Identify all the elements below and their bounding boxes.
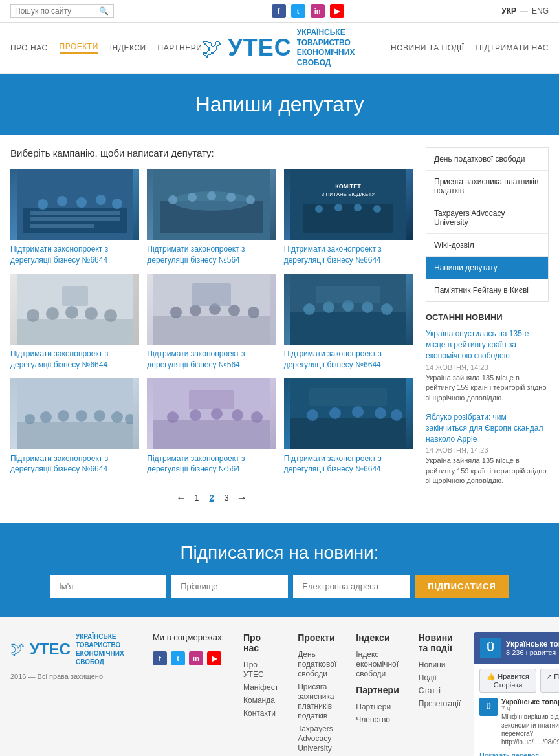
search-box[interactable]: 🔍 [10,4,114,18]
campaign-photo-8 [147,378,276,449]
campaign-link-7[interactable]: Підтримати законопроект з дерегуляції бі… [10,453,139,475]
sidebar-link-wiki[interactable]: Wiki-дозвіл [426,234,548,256]
footer-social-icons: f t in ▶ [153,651,230,665]
nav-proekty[interactable]: ПРОЕКТИ [60,42,98,54]
svg-point-61 [167,411,179,423]
footer-columns: Про нас Про УТЕС Маніфест Команда Контак… [243,632,461,756]
svg-point-44 [303,303,315,315]
svg-point-4 [76,197,87,208]
svg-rect-43 [290,312,406,345]
search-input[interactable] [15,6,99,16]
logo-description: УКРАЇНСЬКЕ ТОВАРИСТВОЕКОНОМІЧНИХ СВОБОД [297,28,391,68]
pagination-prev[interactable]: ← [176,492,186,504]
svg-point-13 [168,195,177,204]
fb-org-info: Українське товарис... 8 236 нравится [506,640,559,656]
svg-point-24 [354,204,362,211]
news-link-1[interactable]: Україна опустилась на 135-е місце в рейт… [426,329,549,361]
sidebar-link-oath[interactable]: Присяга захисника платників податків [426,171,548,202]
nav-indeksy[interactable]: ІНДЕКСИ [110,43,146,52]
svg-point-3 [57,196,67,206]
campaign-link-3[interactable]: Підтримати законопроект з дерегуляції бі… [284,244,413,266]
search-icon[interactable]: 🔍 [99,6,109,16]
footer-facebook-icon[interactable]: f [153,651,167,665]
svg-point-16 [226,193,236,202]
footer-twitter-icon[interactable]: t [171,651,185,665]
nav-support[interactable]: ПІДТРИМАТИ НАС [476,43,549,52]
campaign-link-1[interactable]: Підтримати законопроект з дерегуляції бі… [10,244,139,266]
svg-point-32 [104,309,117,322]
footer-col-partners-title: Партнери [356,685,399,695]
footer-fb-widget: Ü Українське товарис... 8 236 нравится 👍… [474,632,559,756]
svg-point-36 [170,307,182,318]
svg-rect-49 [316,286,380,303]
fb-org-name: Українське товарис... [506,640,559,649]
campaign-link-5[interactable]: Підтримати законопроект з дерегуляції бі… [147,349,276,371]
campaign-link-4[interactable]: Підтримати законопроект з дерегуляції бі… [10,349,139,371]
subscribe-firstname[interactable] [50,575,166,598]
svg-rect-35 [153,316,270,345]
fb-translate-button[interactable]: Показать перевод [479,751,559,756]
subscribe-email[interactable] [293,575,410,598]
svg-point-70 [329,407,341,419]
footer-link-komanda: Команда [243,695,278,705]
fb-share-button[interactable]: ↗ Поділитись [540,669,559,693]
twitter-icon[interactable]: t [291,4,305,18]
campaign-link-8[interactable]: Підтримати законопроект з дерегуляції бі… [147,453,276,475]
subscribe-button[interactable]: ПІДПИСАТИСЯ [415,575,509,598]
instagram-icon[interactable]: in [311,4,325,18]
nav-left: ПРО НАС ПРОЕКТИ ІНДЕКСИ ПАРТНЕРИ [10,42,202,54]
campaign-link-9[interactable]: Підтримати законопроект з дерегуляції бі… [284,453,413,475]
svg-point-2 [38,199,48,210]
nav-news[interactable]: НОВИНИ ТА ПОДІЇ [391,43,465,52]
sidebar-link-tau[interactable]: Taxpayers Advocacy University [426,202,548,233]
footer-top: 🕊 УТЕС УКРАЇНСЬКЕ ТОВАРИСТВОЕКОНОМІЧНИХ … [10,632,549,756]
campaign-item-3: КОМІТЕТ З ПИТАНЬ БЮДЖЕТУ Підтримати зако… [284,169,413,266]
sidebar-item-tau: Taxpayers Advocacy University [426,202,548,234]
svg-point-15 [207,191,216,200]
footer-instagram-icon[interactable]: in [189,651,203,665]
pagination-page-3[interactable]: 3 [222,491,232,504]
sidebar-link-deputy[interactable]: Напиши депутату [426,257,548,279]
content-area: Виберіть кампанію, щоби написати депутат… [10,147,426,510]
fb-actions: 👍 Нравится Сторінка ↗ Поділитись [479,669,559,693]
campaign-item-8: Підтримати законопроект з дерегуляції бі… [147,378,276,475]
lang-eng[interactable]: ENG [532,6,549,16]
lang-ukr[interactable]: УКР [501,6,516,16]
campaign-item-5: Підтримати законопроект з дерегуляції бі… [147,274,276,371]
sidebar-link-reagan[interactable]: Пам'ятник Рейгану в Києві [426,279,548,301]
fb-like-button[interactable]: 👍 Нравится Сторінка [479,669,536,693]
svg-text:КОМІТЕТ: КОМІТЕТ [336,183,362,189]
campaign-photo-7 [10,378,139,449]
session-scene-icon [290,274,406,345]
nav-partners[interactable]: ПАРТНЕРИ [158,43,203,52]
campaign-link-6[interactable]: Підтримати законопроект з дерегуляції бі… [284,349,413,371]
logo-utec-text: УТЕС [228,34,291,61]
footer-link-prezentatsii: Презентації [419,698,461,708]
nav-right: НОВИНИ ТА ПОДІЇ ПІДТРИМАТИ НАС [391,43,549,52]
sidebar-link-day[interactable]: День податкової свободи [426,148,548,170]
youtube-icon[interactable]: ▶ [330,4,344,18]
sidebar-item-wiki: Wiki-дозвіл [426,234,548,257]
footer-youtube-icon[interactable]: ▶ [207,651,221,665]
subscribe-lastname[interactable] [171,575,288,598]
fb-post-text: Мінфін вирішив відмінити стипендії студе… [501,713,559,746]
facebook-icon[interactable]: f [272,4,286,18]
pagination-page-1[interactable]: 1 [192,491,201,504]
pagination-page-2[interactable]: 2 [206,491,216,504]
pagination-next[interactable]: → [237,492,247,504]
svg-rect-9 [30,224,94,228]
campaign-item-1: Підтримати законопроект з дерегуляції бі… [10,169,139,266]
conference-scene-icon [153,274,270,345]
svg-rect-41 [192,283,231,306]
news-date-2: 14 ЖОВТНЯ, 14:23 [426,446,549,454]
news-link-2[interactable]: Яблуко розібрати: чим закінчиться для Єв… [426,412,549,444]
footer-link-members: Членство [356,715,399,724]
logo[interactable]: 🕊 УТЕС УКРАЇНСЬКЕ ТОВАРИСТВОЕКОНОМІЧНИХ … [202,28,391,68]
campaign-item-9: Підтримати законопроект з дерегуляції бі… [284,378,413,475]
campaign-img-6 [284,274,413,345]
nav-pro-nas[interactable]: ПРО НАС [10,43,48,52]
campaign-link-2[interactable]: Підтримати законопроект з дерегуляції бі… [147,244,276,266]
svg-rect-51 [17,422,133,449]
footer-brand: 🕊 УТЕС УКРАЇНСЬКЕ ТОВАРИСТВОЕКОНОМІЧНИХ … [10,632,140,756]
assembly-scene-icon [17,274,133,345]
